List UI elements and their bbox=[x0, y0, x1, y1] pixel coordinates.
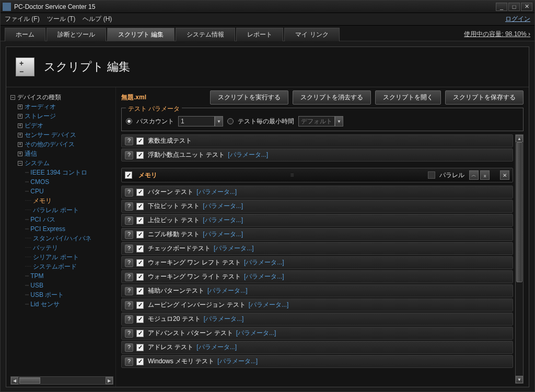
scroll-down-icon[interactable]: ▼ bbox=[516, 376, 523, 383]
tree-leaf[interactable]: IEEE 1394 コントロ bbox=[30, 169, 87, 176]
menu-tool[interactable]: ツール (T) bbox=[47, 15, 76, 24]
help-icon[interactable]: ? bbox=[125, 358, 133, 366]
maximize-button[interactable]: □ bbox=[508, 3, 520, 11]
menu-file[interactable]: ファイル (F) bbox=[5, 15, 40, 24]
tab-script-edit[interactable]: スクリプト 編集 bbox=[107, 28, 175, 41]
tree-leaf[interactable]: CMOS bbox=[30, 178, 49, 186]
tree-node[interactable]: オーディオ bbox=[25, 103, 56, 110]
tree-toggle[interactable]: + bbox=[18, 114, 22, 119]
test-params-link[interactable]: [パラメータ...] bbox=[204, 315, 244, 324]
tree-leaf[interactable]: スタンバイ/ハイバネ bbox=[33, 235, 91, 242]
test-checkbox[interactable] bbox=[136, 231, 144, 238]
help-icon[interactable]: ? bbox=[125, 137, 133, 145]
vscroll-thumb[interactable] bbox=[516, 142, 522, 282]
test-checkbox[interactable] bbox=[136, 302, 144, 309]
scroll-left-icon[interactable]: ◀ bbox=[11, 377, 18, 384]
test-params-link[interactable]: [パラメータ...] bbox=[203, 230, 243, 239]
help-icon[interactable]: ? bbox=[125, 216, 133, 225]
tab-mylinks[interactable]: マイ リンク bbox=[284, 28, 339, 41]
test-checkbox[interactable] bbox=[136, 189, 144, 196]
tab-home[interactable]: ホーム bbox=[5, 28, 45, 41]
tree-leaf[interactable]: パラレル ポート bbox=[33, 206, 78, 214]
help-icon[interactable]: ? bbox=[125, 315, 133, 324]
tree-toggle[interactable]: + bbox=[18, 105, 22, 109]
help-icon[interactable]: ? bbox=[125, 245, 133, 253]
help-icon[interactable]: ? bbox=[125, 230, 133, 239]
test-checkbox[interactable] bbox=[136, 203, 144, 210]
tree-leaf[interactable]: USB ポート bbox=[30, 291, 64, 298]
passcount-dropdown-icon[interactable]: ▼ bbox=[215, 116, 223, 126]
tree-node[interactable]: 通信 bbox=[25, 150, 37, 157]
test-checkbox[interactable] bbox=[136, 287, 144, 295]
test-checkbox[interactable] bbox=[136, 217, 144, 224]
test-params-link[interactable]: [パラメータ...] bbox=[196, 343, 237, 352]
collapse-up-icon[interactable]: ︿ bbox=[469, 170, 479, 180]
parallel-checkbox[interactable] bbox=[428, 171, 435, 179]
help-icon[interactable]: ? bbox=[125, 343, 133, 352]
help-icon[interactable]: ? bbox=[125, 151, 133, 159]
test-checkbox[interactable] bbox=[136, 152, 144, 159]
capacity-link[interactable]: 使用中の容量: 98.10% bbox=[464, 30, 530, 39]
test-checkbox[interactable] bbox=[136, 330, 144, 337]
tree-leaf[interactable]: バッテリ bbox=[33, 244, 58, 251]
help-icon[interactable]: ? bbox=[125, 202, 133, 211]
tab-report[interactable]: レポート bbox=[236, 28, 283, 41]
mintime-dropdown-icon[interactable]: ▼ bbox=[335, 116, 343, 126]
test-params-link[interactable]: [パラメータ...] bbox=[236, 329, 276, 338]
tree-node-system[interactable]: システム bbox=[25, 159, 50, 167]
tree-leaf[interactable]: CPU bbox=[30, 188, 43, 195]
tree-leaf[interactable]: メモリ bbox=[33, 197, 52, 204]
test-checkbox[interactable] bbox=[136, 316, 144, 323]
group-checkbox[interactable] bbox=[125, 171, 132, 179]
test-checkbox[interactable] bbox=[136, 137, 144, 145]
test-params-link[interactable]: [パラメータ...] bbox=[196, 188, 237, 197]
test-params-link[interactable]: [パラメータ...] bbox=[217, 357, 258, 366]
tree-leaf[interactable]: シリアル ポート bbox=[33, 253, 78, 261]
clear-script-button[interactable]: スクリプトを消去する bbox=[293, 90, 371, 105]
tree-leaf[interactable]: Lid センサ bbox=[30, 301, 59, 308]
tree-node[interactable]: ビデオ bbox=[25, 122, 43, 129]
login-link[interactable]: ログイン bbox=[505, 15, 530, 24]
test-params-link[interactable]: [パラメータ...] bbox=[249, 301, 289, 309]
tree-leaf[interactable]: PCI Express bbox=[30, 225, 65, 233]
tree-leaf[interactable]: USB bbox=[30, 282, 43, 289]
passcount-input[interactable] bbox=[178, 116, 215, 126]
close-button[interactable]: ✕ bbox=[521, 3, 532, 11]
tree-toggle[interactable]: − bbox=[10, 95, 15, 100]
tab-sysinfo[interactable]: システム情報 bbox=[176, 28, 235, 41]
test-params-link[interactable]: [パラメータ...] bbox=[244, 272, 284, 281]
test-checkbox[interactable] bbox=[136, 273, 144, 281]
tree-toggle[interactable]: + bbox=[18, 133, 22, 137]
save-script-button[interactable]: スクリプトを保存する bbox=[445, 90, 524, 105]
sidebar-hscrollbar[interactable]: ◀ ▶ bbox=[10, 376, 113, 385]
help-icon[interactable]: ? bbox=[125, 287, 133, 295]
mintime-input[interactable] bbox=[298, 116, 335, 126]
tree-node[interactable]: ストレージ bbox=[25, 112, 56, 120]
minimize-button[interactable]: _ bbox=[496, 3, 507, 11]
help-icon[interactable]: ? bbox=[125, 329, 133, 338]
tree-leaf[interactable]: TPM bbox=[30, 272, 43, 280]
test-params-link[interactable]: [パラメータ...] bbox=[228, 151, 268, 159]
test-params-link[interactable]: [パラメータ...] bbox=[203, 216, 243, 225]
test-params-link[interactable]: [パラメータ...] bbox=[207, 286, 248, 295]
tree-toggle[interactable]: + bbox=[18, 142, 22, 147]
run-script-button[interactable]: スクリプトを実行する bbox=[210, 90, 288, 105]
test-checkbox[interactable] bbox=[136, 358, 144, 365]
mintime-radio[interactable] bbox=[227, 118, 234, 124]
scroll-up-icon[interactable]: ▲ bbox=[516, 135, 523, 142]
tree-toggle[interactable]: + bbox=[18, 123, 22, 128]
tree-leaf[interactable]: PCI バス bbox=[30, 216, 55, 223]
group-close-icon[interactable]: ✕ bbox=[500, 170, 509, 180]
help-icon[interactable]: ? bbox=[125, 301, 133, 309]
tree-leaf[interactable]: システムボード bbox=[33, 263, 77, 270]
scroll-thumb[interactable] bbox=[19, 377, 40, 384]
test-checkbox[interactable] bbox=[136, 344, 144, 351]
help-icon[interactable]: ? bbox=[125, 273, 133, 281]
test-checkbox[interactable] bbox=[136, 259, 144, 267]
passcount-radio[interactable] bbox=[126, 118, 132, 124]
scroll-right-icon[interactable]: ▶ bbox=[106, 377, 113, 384]
tree-node[interactable]: その他のデバイス bbox=[25, 141, 75, 148]
testlist-vscrollbar[interactable]: ▲ ▼ bbox=[515, 134, 524, 384]
tree-node[interactable]: センサー デバイス bbox=[25, 131, 76, 139]
open-script-button[interactable]: スクリプトを開く bbox=[375, 90, 441, 105]
